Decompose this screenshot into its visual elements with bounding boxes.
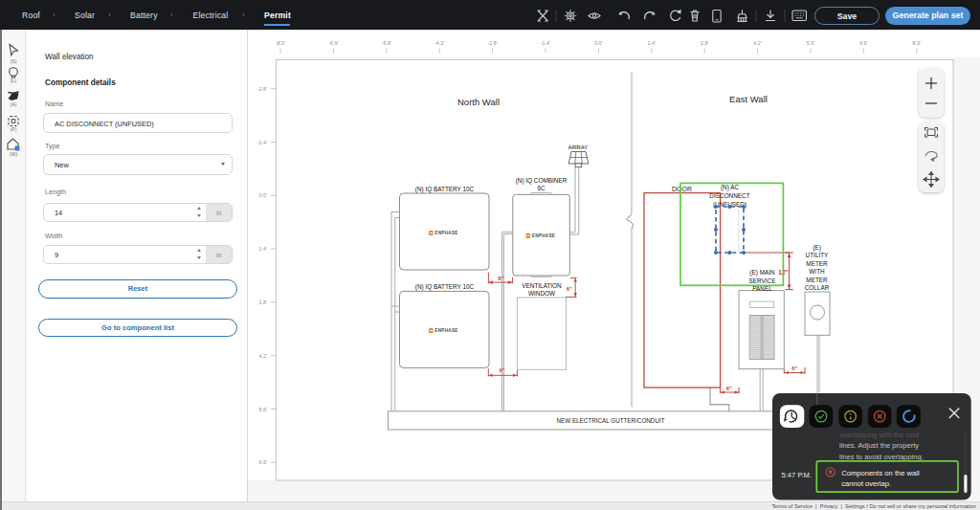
svg-text:6": 6" [791,366,797,371]
svg-text:2.8': 2.8' [258,299,267,305]
svg-text:ARRAY: ARRAY [568,144,589,150]
svg-text:(P): (P) [11,126,17,132]
svg-text:-1.4': -1.4' [541,40,550,46]
svg-text:METER: METER [806,277,828,283]
svg-text:lines. Adjust the property: lines. Adjust the property [839,441,919,450]
svg-text:(A): (A) [11,101,17,107]
svg-text:-6.9': -6.9' [328,40,338,46]
svg-text:(N) IQ COMBINER: (N) IQ COMBINER [516,177,568,185]
svg-text:METER: METER [806,260,828,267]
svg-text:(L): (L) [11,78,17,83]
svg-text:6.9': 6.9' [258,459,267,465]
svg-text:WITH: WITH [809,268,825,275]
svg-text:WINDOW: WINDOW [528,290,556,297]
svg-text:1.4': 1.4' [648,40,657,46]
svg-text:overlapping with the roof: overlapping with the roof [839,431,920,439]
svg-text:6.9': 6.9' [859,40,868,46]
svg-text:ENPHASE: ENPHASE [434,231,457,235]
svg-text:NEW ELECTRICAL GUTTER/CONDUIT: NEW ELECTRICAL GUTTER/CONDUIT [556,417,664,424]
svg-text:-2.8': -2.8' [487,40,497,46]
svg-text:6": 6" [567,286,572,292]
svg-text:0.0': 0.0' [594,40,603,46]
svg-text:DISCONNECT: DISCONNECT [709,192,749,199]
svg-text:9": 9" [500,367,505,373]
svg-text:(S): (S) [11,58,17,64]
svg-text:1.4': 1.4' [258,246,267,252]
svg-text:-8.3': -8.3' [276,40,285,46]
svg-text:Components on the wall: Components on the wall [841,469,920,477]
svg-text:(E): (E) [813,244,821,252]
svg-text:North Wall: North Wall [457,97,500,107]
svg-text:(N) IQ BATTERY 10C: (N) IQ BATTERY 10C [415,186,475,193]
svg-text:(E) MAIN: (E) MAIN [749,269,775,277]
svg-text:6C: 6C [537,185,546,191]
svg-text:(N) AC: (N) AC [721,184,740,191]
svg-text:0.0': 0.0' [258,192,267,198]
svg-text:-1.4': -1.4' [257,140,267,145]
svg-text:2.8': 2.8' [701,40,709,46]
svg-text:(W): (W) [10,151,18,157]
svg-text:5.6': 5.6' [258,407,267,412]
svg-text:5.6': 5.6' [807,40,815,46]
svg-text:-5.6': -5.6' [382,40,391,46]
svg-text:ENPHASE: ENPHASE [434,328,457,333]
svg-text:6": 6" [726,386,732,391]
svg-text:8": 8" [498,276,503,281]
svg-text:UTILITY: UTILITY [806,252,830,258]
svg-text:lines to avoid overlapping.: lines to avoid overlapping. [839,453,924,461]
svg-text:4.2': 4.2' [258,353,267,359]
svg-text:DOOR: DOOR [672,186,692,192]
svg-text:4.2': 4.2' [753,40,762,46]
svg-text:VENTILATION: VENTILATION [522,282,562,289]
svg-text:cannot overlap.: cannot overlap. [841,479,891,488]
svg-text:COLLAR: COLLAR [805,284,830,291]
svg-text:East Wall: East Wall [729,94,768,104]
svg-text:ENPHASE: ENPHASE [532,233,555,238]
svg-text:-2.8': -2.8' [257,86,267,92]
svg-text:8.3': 8.3' [913,40,922,46]
svg-text:5:47 P.M.: 5:47 P.M. [782,471,813,479]
svg-text:(N) IQ BATTERY 10C: (N) IQ BATTERY 10C [415,283,475,291]
svg-text:-4.2': -4.2' [434,40,444,46]
svg-text:SERVICE: SERVICE [749,277,776,284]
